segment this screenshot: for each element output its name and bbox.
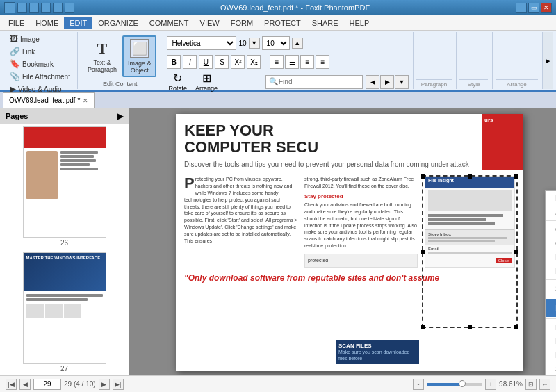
handle-lc[interactable] <box>421 250 425 254</box>
menu-file[interactable]: FILE <box>3 17 30 29</box>
close-button[interactable]: ✕ <box>541 3 552 13</box>
zoom-in-button[interactable]: + <box>485 379 496 390</box>
bookmark-button[interactable]: 🔖 Bookmark <box>7 58 73 70</box>
thumb-icon-1 <box>26 304 44 318</box>
last-page-button[interactable]: ▶| <box>113 379 124 390</box>
subscript-button[interactable]: X₂ <box>247 55 261 69</box>
thumb-26-portrait <box>26 151 58 199</box>
menu-protect[interactable]: PROTECT <box>259 17 306 29</box>
sidebar-content[interactable]: 26 MASTER THE WINDOWS INTERFACE <box>0 124 129 375</box>
quick-print-icon[interactable] <box>41 3 51 13</box>
handle-bl[interactable] <box>421 325 425 329</box>
thumb-icon-3 <box>64 304 81 318</box>
search-next-button[interactable]: ▶ <box>380 75 394 89</box>
font-size-label: 10 <box>238 40 246 47</box>
ribbon-group-edit-content: T Text &Paragraph ⬜ Image &Object Edit C… <box>79 32 162 89</box>
search-input[interactable] <box>279 78 359 85</box>
minimize-button[interactable]: ─ <box>516 3 527 13</box>
quick-undo-icon[interactable] <box>53 3 63 13</box>
title-icons <box>4 2 74 13</box>
document-tab[interactable]: OWV69.lead_feat.pdf * ✕ <box>3 92 95 108</box>
zoom-slider[interactable] <box>427 383 482 386</box>
menu-edit[interactable]: EDIT <box>64 17 92 29</box>
font-size-increase[interactable]: ▲ <box>292 38 303 49</box>
align-justify-button[interactable]: ≡ <box>316 55 329 69</box>
thumb-27-icons <box>26 304 103 318</box>
window-controls: ─ ▭ ✕ <box>516 3 552 13</box>
search-box: 🔍 <box>265 75 363 89</box>
ctx-paste[interactable]: Paste Ctrl+V <box>546 250 556 264</box>
search-options-button[interactable]: ▼ <box>395 75 409 89</box>
fit-page-button[interactable]: ⊡ <box>525 379 537 390</box>
quick-redo-icon[interactable] <box>65 3 74 13</box>
pdf-area[interactable]: Master the urs KEEP YOUR COMPUTER SECU D… <box>129 108 556 375</box>
bold-button[interactable]: B <box>167 55 181 69</box>
page-thumb-27[interactable]: MASTER THE WINDOWS INTERFACE 27 <box>3 252 126 373</box>
ctx-rotate[interactable]: Rotate Selected Objects <box>546 348 556 362</box>
ctx-flip-v[interactable]: Flip Vertical <box>546 334 556 348</box>
search-prev-button[interactable]: ◀ <box>366 75 379 89</box>
strikethrough-button[interactable]: S <box>215 55 229 69</box>
menu-view[interactable]: VIEW <box>195 17 225 29</box>
sidebar-collapse-icon[interactable]: ▶ <box>117 112 123 121</box>
font-size-decrease[interactable]: ▼ <box>249 38 260 49</box>
edit-content-group-label: Edit Content <box>83 79 157 88</box>
underline-button[interactable]: U <box>199 55 213 69</box>
font-size-select[interactable]: 10 <box>262 36 290 50</box>
handle-tc[interactable] <box>468 174 472 179</box>
ctx-place-image[interactable]: Place Image ↖ <box>546 299 556 317</box>
ctx-cut[interactable]: Cut Ctrl+X <box>546 222 556 236</box>
zoom-handle[interactable] <box>459 380 466 387</box>
menu-home[interactable]: HOME <box>30 17 64 29</box>
thumb-26-content <box>24 148 106 202</box>
page-thumb-26[interactable]: 26 <box>3 126 126 247</box>
image-button[interactable]: 🖼 Image <box>7 33 73 44</box>
align-right-button[interactable]: ≡ <box>300 55 314 69</box>
menu-help[interactable]: HELP <box>344 17 375 29</box>
ctx-properties[interactable]: Properties... <box>546 191 556 205</box>
menu-share[interactable]: SHARE <box>306 17 344 29</box>
attachment-button[interactable]: 📎 File Attachment <box>7 71 73 82</box>
quick-save-icon[interactable] <box>17 3 27 13</box>
handle-rc[interactable] <box>514 250 518 254</box>
image-object-button[interactable]: ⬜ Image &Object <box>122 35 157 77</box>
pdf-headline: KEEP YOUR COMPUTER SECU <box>184 122 515 156</box>
ctx-flip-h[interactable]: Flip Horizontal <box>546 320 556 334</box>
handle-bc[interactable] <box>468 325 472 329</box>
arrange-button[interactable]: ⊞ Arrange <box>193 70 220 93</box>
page-nav: |◀ ◀ 29 (4 / 10) ▶ ▶| <box>6 379 124 390</box>
thumb-num-27: 27 <box>60 365 68 373</box>
fit-width-button[interactable]: ↔ <box>539 379 550 390</box>
pdf-subheading: Discover the tools and tips you need to … <box>184 160 515 169</box>
page-number-input[interactable] <box>33 379 61 390</box>
first-page-button[interactable]: |◀ <box>6 379 17 390</box>
handle-tr[interactable] <box>514 174 518 179</box>
ctx-copy[interactable]: Copy Ctrl+C <box>546 236 556 250</box>
tab-close-button[interactable]: ✕ <box>83 97 88 104</box>
quick-open-icon[interactable] <box>29 3 39 13</box>
ribbon-scroll-right[interactable]: ▸ <box>542 32 553 89</box>
bottom-toolbar: ↻ Rotate ⊞ Arrange 🔍 ◀ ▶ ▼ <box>165 70 409 93</box>
zoom-out-button[interactable]: - <box>413 379 424 390</box>
next-page-button[interactable]: ▶ <box>99 379 110 390</box>
menu-form[interactable]: FORM <box>225 17 259 29</box>
thumb-27-text: MASTER THE WINDOWS INTERFACE <box>24 253 106 263</box>
prev-page-button[interactable]: ◀ <box>19 379 31 390</box>
text-paragraph-button[interactable]: T Text &Paragraph <box>83 35 121 77</box>
italic-button[interactable]: I <box>183 55 197 69</box>
superscript-button[interactable]: X² <box>231 55 245 69</box>
font-name-select[interactable]: Helvetica <box>167 36 236 50</box>
align-left-button[interactable]: ≡ <box>270 55 284 69</box>
align-center-button[interactable]: ☰ <box>285 55 299 69</box>
restore-button[interactable]: ▭ <box>528 3 539 13</box>
ctx-delete[interactable]: Delete <box>546 264 556 278</box>
menu-organize[interactable]: ORGANIZE <box>92 17 143 29</box>
ctx-select-all[interactable]: Select All Ctrl+A <box>546 281 556 295</box>
handle-tl[interactable] <box>421 174 425 179</box>
menu-comment[interactable]: COMMENT <box>144 17 195 29</box>
link-button[interactable]: 🔗 Link <box>7 46 73 57</box>
rotate-button[interactable]: ↻ Rotate <box>165 70 190 93</box>
handle-br[interactable] <box>514 325 518 329</box>
ctx-shear[interactable]: Shear Selected Objects <box>546 362 556 375</box>
ctx-add-text[interactable]: Add a TextObject <box>546 205 556 219</box>
